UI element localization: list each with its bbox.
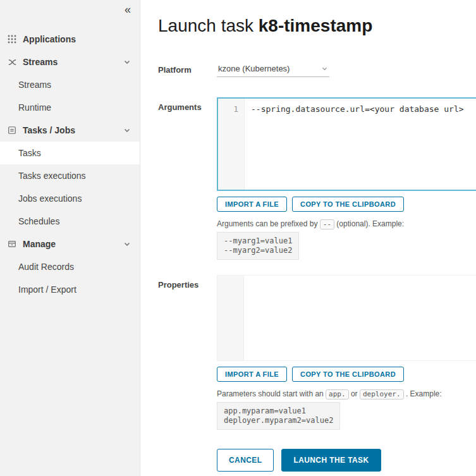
sidebar-item-audit-records[interactable]: Audit Records xyxy=(0,255,140,278)
sidebar-item-runtime[interactable]: Runtime xyxy=(0,96,140,119)
chevron-down-icon xyxy=(123,58,131,66)
arguments-help-prefix: Arguments can be prefixed by xyxy=(217,219,317,228)
platform-select[interactable]: kzone (Kubernetes) xyxy=(217,63,329,77)
properties-editor[interactable] xyxy=(217,275,476,361)
properties-label: Properties xyxy=(158,275,217,290)
platform-label: Platform xyxy=(158,63,217,75)
launch-task-button[interactable]: LAUNCH THE TASK xyxy=(281,449,381,472)
chevron-down-icon xyxy=(123,126,131,134)
sidebar-item-schedules[interactable]: Schedules xyxy=(0,210,140,233)
manage-icon xyxy=(7,239,17,249)
sidebar-section-manage[interactable]: Manage xyxy=(0,233,140,255)
properties-help-middle: or xyxy=(351,389,358,398)
deployer-prefix-chip: deployer. xyxy=(360,389,404,400)
arguments-help-text: Arguments can be prefixed by -- (optiona… xyxy=(217,219,476,228)
page-title-prefix: Launch task xyxy=(158,16,253,35)
sidebar-item-jobs-executions[interactable]: Jobs executions xyxy=(0,187,140,210)
arguments-code: --spring.datasource.url=<your database u… xyxy=(245,99,476,190)
app-prefix-chip: app. xyxy=(326,389,349,400)
arguments-import-file-button[interactable]: IMPORT A FILE xyxy=(217,197,287,212)
sidebar-section-label: Streams xyxy=(23,57,58,67)
arguments-editor[interactable]: 1 --spring.datasource.url=<your database… xyxy=(217,97,476,191)
sidebar-item-streams[interactable]: Streams xyxy=(0,73,140,96)
arguments-prefix-chip: -- xyxy=(320,219,334,229)
cancel-button[interactable]: CANCEL xyxy=(217,449,274,472)
sidebar-item-tasks-executions[interactable]: Tasks executions xyxy=(0,164,140,187)
task-name: k8-timestamp xyxy=(259,16,373,35)
sidebar-section-streams[interactable]: Streams xyxy=(0,51,140,73)
properties-help-prefix: Parameters should start with an xyxy=(217,389,324,398)
properties-help-text: Parameters should start with an app. or … xyxy=(217,389,476,398)
sidebar-section-tasks-jobs[interactable]: Tasks / Jobs xyxy=(0,119,140,142)
sidebar-nav: Applications Streams Streams Runtime T xyxy=(0,28,140,301)
sidebar: « Applications Streams St xyxy=(0,0,140,476)
sidebar-section-label: Applications xyxy=(23,34,76,44)
tasks-jobs-icon xyxy=(7,125,17,135)
properties-editor-gutter xyxy=(217,276,244,360)
sidebar-item-import-export[interactable]: Import / Export xyxy=(0,278,140,301)
arguments-copy-clipboard-button[interactable]: COPY TO THE CLIPBOARD xyxy=(292,197,404,212)
platform-select-value: kzone (Kubernetes) xyxy=(218,64,290,73)
line-number: 1 xyxy=(233,104,238,114)
properties-help-suffix: . Example: xyxy=(406,389,442,398)
arguments-help-suffix: (optional). Example: xyxy=(336,219,404,228)
page-title: Launch task k8-timestamp xyxy=(158,15,476,37)
collapse-sidebar-icon[interactable]: « xyxy=(125,4,131,15)
sidebar-top-bar: « xyxy=(0,0,140,19)
applications-grid-icon xyxy=(7,34,17,44)
select-caret-icon xyxy=(321,65,328,72)
properties-code xyxy=(244,276,476,360)
sidebar-item-tasks[interactable]: Tasks xyxy=(0,142,140,164)
chevron-down-icon xyxy=(123,240,131,248)
main-content: Launch task k8-timestamp Platform kzone … xyxy=(140,0,476,476)
sidebar-section-label: Manage xyxy=(23,239,56,249)
properties-import-file-button[interactable]: IMPORT A FILE xyxy=(217,367,287,382)
arguments-label: Arguments xyxy=(158,97,217,112)
arguments-example-block: --myarg1=value1 --myarg2=value2 xyxy=(217,232,299,260)
properties-example-block: app.myparam=value1 deployer.myparam2=val… xyxy=(217,402,340,430)
sidebar-section-label: Tasks / Jobs xyxy=(23,125,75,135)
sidebar-item-applications[interactable]: Applications xyxy=(0,28,140,51)
properties-copy-clipboard-button[interactable]: COPY TO THE CLIPBOARD xyxy=(292,367,404,382)
arguments-editor-gutter: 1 xyxy=(218,99,245,190)
streams-icon xyxy=(7,57,17,67)
